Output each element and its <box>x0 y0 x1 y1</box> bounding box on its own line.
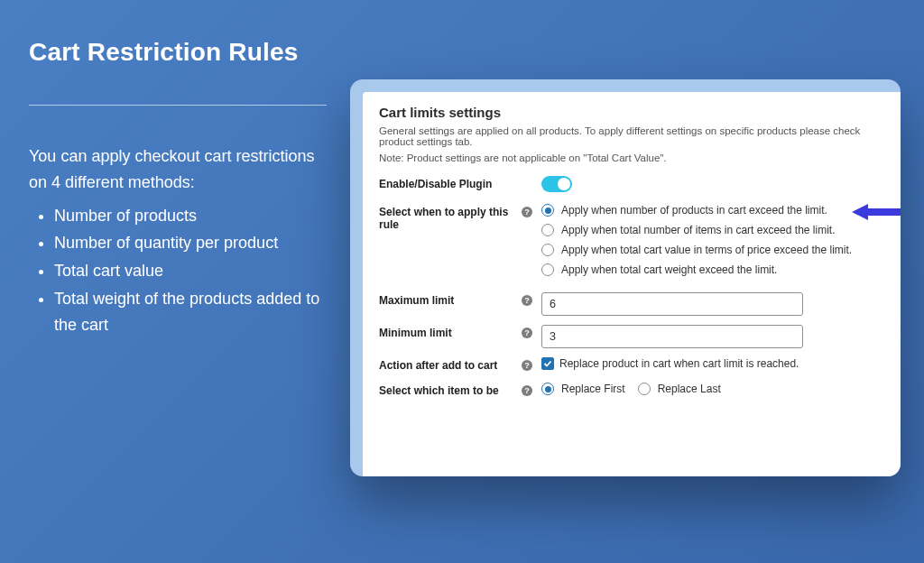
replace-product-checkbox-label: Replace product in cart when cart limit … <box>559 357 799 370</box>
rule-radio-label: Apply when total cart weight exceed the … <box>561 263 777 276</box>
replace-product-checkbox[interactable] <box>541 357 554 370</box>
rule-radio-items[interactable] <box>541 224 554 236</box>
rule-radio-weight[interactable] <box>541 263 554 276</box>
list-item: Total cart value <box>54 258 336 284</box>
rule-radio-value[interactable] <box>541 244 554 256</box>
list-item: Total weight of the products added to th… <box>54 286 336 338</box>
rule-radio-label: Apply when total cart value in terms of … <box>561 244 852 256</box>
help-icon[interactable]: ? <box>522 360 532 371</box>
action-after-add-label: Action after add to cart <box>379 357 522 372</box>
enable-plugin-label: Enable/Disable Plugin <box>379 176 522 190</box>
list-item: Number of products <box>54 203 336 229</box>
replace-last-radio[interactable] <box>638 383 651 395</box>
help-icon[interactable]: ? <box>522 295 532 306</box>
rule-radio-products[interactable] <box>541 204 554 217</box>
replace-last-label: Replace Last <box>658 383 721 395</box>
list-item: Number of quantity per product <box>54 230 336 256</box>
replace-first-radio[interactable] <box>541 383 554 395</box>
apply-rule-label: Select when to apply this rule <box>379 204 522 231</box>
panel-description: General settings are applied on all prod… <box>379 125 884 147</box>
min-limit-input[interactable] <box>541 325 803 348</box>
max-limit-label: Maximum limit <box>379 292 522 307</box>
rule-radio-label: Apply when number of products in cart ex… <box>561 204 827 217</box>
min-limit-label: Minimum limit <box>379 325 522 339</box>
settings-panel: Cart limits settings General settings ar… <box>363 92 901 476</box>
pointer-arrow-icon <box>852 202 901 222</box>
max-limit-input[interactable] <box>541 292 803 316</box>
svg-marker-0 <box>852 204 901 220</box>
panel-note: Note: Product settings are not applicabl… <box>379 152 884 163</box>
help-icon[interactable]: ? <box>522 385 532 396</box>
title-divider <box>29 105 327 106</box>
enable-plugin-toggle[interactable] <box>541 176 572 192</box>
panel-title: Cart limits settings <box>379 105 884 120</box>
replace-first-label: Replace First <box>561 383 625 395</box>
page-title: Cart Restriction Rules <box>29 38 336 67</box>
methods-list: Number of products Number of quantity pe… <box>54 203 336 338</box>
help-icon[interactable]: ? <box>522 207 532 217</box>
settings-card: Cart limits settings General settings ar… <box>350 79 901 476</box>
select-replace-item-label: Select which item to be <box>379 383 522 397</box>
help-icon[interactable]: ? <box>522 328 532 338</box>
rule-radio-label: Apply when total number of items in cart… <box>561 224 835 236</box>
intro-text: You can apply checkout cart restrictions… <box>29 143 336 196</box>
